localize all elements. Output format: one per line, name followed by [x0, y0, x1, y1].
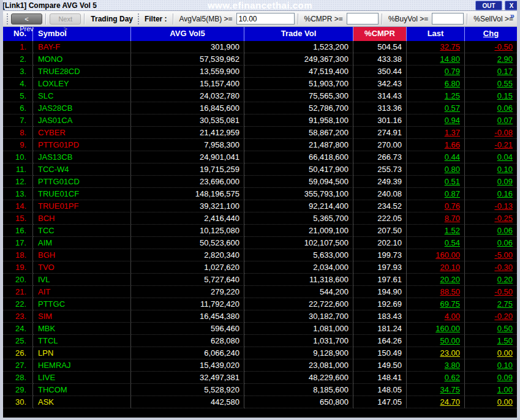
- avgval5-filter-label: AvgVal5(MB) >=: [177, 15, 236, 23]
- table-row[interactable]: 26.LPN6,066,2409,128,900150.4923.000.00: [3, 347, 517, 359]
- table-row[interactable]: 13.TRUE01CF148,196,575355,793,100240.080…: [3, 188, 517, 200]
- table-row[interactable]: 7.JAS01CA30,535,08191,958,100301.160.940…: [3, 114, 517, 127]
- last-cell: 88.50: [407, 286, 465, 298]
- cmpr-filter-input[interactable]: [347, 13, 379, 24]
- row-number-cell: 23.: [3, 310, 33, 323]
- last-cell: 0.76: [407, 200, 465, 212]
- symbol-cell: PTTGC: [33, 298, 131, 310]
- avg-vol5-cell: 21,412,959: [131, 127, 244, 139]
- trade-vol-cell: 48,229,600: [244, 372, 353, 384]
- table-row[interactable]: 11.TCC-W419,715,25950,417,900255.730.800…: [3, 163, 517, 176]
- trade-vol-cell: 1,031,700: [244, 335, 353, 347]
- last-cell: 1.66: [407, 139, 465, 151]
- toolbar: < Prev Next > Trading Day Filter : AvgVa…: [3, 11, 517, 27]
- buyvol-filter-input[interactable]: [432, 13, 464, 24]
- cmpr-cell: 301.16: [353, 114, 407, 127]
- table-row[interactable]: 30.ASK442,580650,800147.0524.700.00: [3, 396, 517, 408]
- chg-cell: 1.00: [465, 384, 517, 396]
- column-header-last[interactable]: Last: [407, 27, 465, 41]
- table-row[interactable]: 16.TCC10,125,08021,009,100207.501.520.06: [3, 225, 517, 237]
- chg-cell: 0.09: [465, 372, 517, 384]
- last-cell: 20.20: [407, 274, 465, 286]
- chg-cell: 0.10: [465, 359, 517, 372]
- avg-vol5-cell: 2,416,440: [131, 212, 244, 225]
- symbol-cell: CYBER: [33, 127, 131, 139]
- column-header-avg-vol5[interactable]: AVG Vol5: [131, 27, 244, 41]
- prev-button[interactable]: < Prev: [11, 13, 42, 24]
- cmpr-cell: 234.52: [353, 200, 407, 212]
- symbol-cell: JAS01CA: [33, 114, 131, 127]
- table-row[interactable]: 19.TVO1,027,6202,034,000197.9320.10-0.30: [3, 261, 517, 274]
- table-row[interactable]: 4.LOXLEY15,157,40051,903,700342.436.800.…: [3, 78, 517, 90]
- trade-vol-cell: 1,081,000: [244, 323, 353, 335]
- last-cell: 1.25: [407, 90, 465, 102]
- symbol-cell: TCC: [33, 225, 131, 237]
- row-number-cell: 20.: [3, 274, 33, 286]
- table-row[interactable]: 3.TRUE28CD13,559,90047,519,400350.440.79…: [3, 66, 517, 78]
- symbol-cell: AIT: [33, 286, 131, 298]
- table-row[interactable]: 28.LIVE32,497,38148,229,600148.410.620.0…: [3, 372, 517, 384]
- cmpr-cell: 199.73: [353, 249, 407, 261]
- trade-vol-cell: 75,565,300: [244, 90, 353, 102]
- chg-cell: -0.30: [465, 261, 517, 274]
- row-number-cell: 19.: [3, 261, 33, 274]
- table-row[interactable]: 22.PTTGC11,792,42022,722,600192.6969.752…: [3, 298, 517, 310]
- column-header-symbol[interactable]: Symbol: [33, 27, 131, 41]
- column-header-trade-vol[interactable]: Trade Vol: [244, 27, 353, 41]
- table-row[interactable]: 8.CYBER21,412,95958,867,200274.911.37-0.…: [3, 127, 517, 139]
- table-row[interactable]: 21.AIT279,220544,200194.9088.50-0.50: [3, 286, 517, 298]
- table-row[interactable]: 17.AIM50,523,600102,107,500202.100.540.0…: [3, 237, 517, 249]
- close-icon[interactable]: X: [505, 1, 518, 10]
- trade-vol-cell: 21,009,100: [244, 225, 353, 237]
- trade-vol-cell: 23,081,000: [244, 359, 353, 372]
- chevron-overflow-icon[interactable]: »: [510, 12, 514, 20]
- toolbar-separator: [173, 13, 174, 24]
- symbol-cell: MONO: [33, 53, 131, 66]
- table-row[interactable]: 14.TRUE01PF39,321,10092,214,400234.520.7…: [3, 200, 517, 212]
- row-number-cell: 6.: [3, 102, 33, 114]
- row-number-cell: 10.: [3, 151, 33, 163]
- chg-cell: 0.00: [465, 347, 517, 359]
- column-header-chg[interactable]: Chg: [465, 27, 517, 41]
- table-row[interactable]: 27.HEMRAJ15,439,02023,081,000149.503.800…: [3, 359, 517, 372]
- out-button[interactable]: OUT: [475, 1, 502, 10]
- table-row[interactable]: 12.PTTG01CD23,696,00059,094,500249.390.5…: [3, 176, 517, 188]
- row-number-cell: 16.: [3, 225, 33, 237]
- cmpr-cell: 314.43: [353, 90, 407, 102]
- table-row[interactable]: 18.BGH2,820,3405,633,000199.73160.00-5.0…: [3, 249, 517, 261]
- table-row[interactable]: 10.JAS13CB24,901,04166,418,600266.730.44…: [3, 151, 517, 163]
- toolbar-grip-icon[interactable]: [6, 13, 9, 25]
- toolbar-separator: [298, 13, 299, 24]
- table-row[interactable]: 23.SIM16,454,38030,182,700183.434.00-0.2…: [3, 310, 517, 323]
- last-cell: 0.87: [407, 188, 465, 200]
- table-row[interactable]: 2.MONO57,539,962249,367,300433.3814.802.…: [3, 53, 517, 66]
- row-number-cell: 26.: [3, 347, 33, 359]
- table-row[interactable]: 20.IVL5,727,64011,318,600197.6120.200.20: [3, 274, 517, 286]
- table-row[interactable]: 5.SLC24,032,78075,565,300314.431.250.15: [3, 90, 517, 102]
- row-number-cell: 7.: [3, 114, 33, 127]
- table-row[interactable]: 1.BAY-F301,9001,523,200504.5432.75-0.50: [3, 41, 517, 53]
- table-row[interactable]: 15.BCH2,416,4405,365,700222.058.70-0.25: [3, 212, 517, 225]
- toolbar-grip-icon[interactable]: [137, 13, 140, 25]
- table-row[interactable]: 25.TTCL628,0801,031,700164.2650.001.50: [3, 335, 517, 347]
- next-button[interactable]: Next >: [50, 13, 81, 24]
- avgval5-filter-input[interactable]: [236, 13, 295, 24]
- table-row[interactable]: 29.THCOM5,528,9208,185,600148.0534.751.0…: [3, 384, 517, 396]
- cmpr-cell: 150.49: [353, 347, 407, 359]
- avg-vol5-cell: 24,032,780: [131, 90, 244, 102]
- column-header-cmpr[interactable]: %CMPR: [353, 27, 407, 41]
- table-row[interactable]: 9.PTTG01PD7,958,30021,487,800270.001.66-…: [3, 139, 517, 151]
- avg-vol5-cell: 628,080: [131, 335, 244, 347]
- cmpr-cell: 266.73: [353, 151, 407, 163]
- chg-cell: 2.90: [465, 53, 517, 66]
- last-cell: 3.80: [407, 359, 465, 372]
- last-cell: 6.80: [407, 78, 465, 90]
- table-row[interactable]: 6.JAS28CB16,845,60052,786,700313.360.570…: [3, 102, 517, 114]
- avg-vol5-cell: 442,580: [131, 396, 244, 408]
- chg-cell: 0.09: [465, 176, 517, 188]
- symbol-cell: THCOM: [33, 384, 131, 396]
- last-cell: 0.80: [407, 163, 465, 176]
- cmpr-cell: 194.90: [353, 286, 407, 298]
- table-row[interactable]: 24.MBK596,4601,081,000181.24160.000.50: [3, 323, 517, 335]
- row-number-cell: 29.: [3, 384, 33, 396]
